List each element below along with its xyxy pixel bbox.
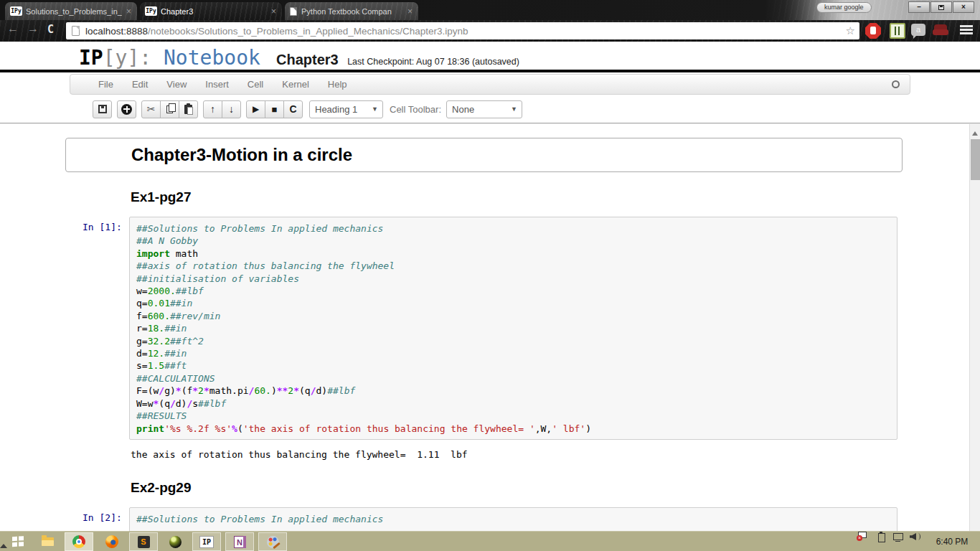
forward-icon[interactable]: →	[27, 22, 39, 35]
menu-bar: FileEditViewInsertCellKernelHelp	[70, 74, 910, 95]
scrollbar[interactable]	[969, 124, 980, 531]
code-token: d=	[136, 348, 148, 359]
tab-close-icon[interactable]: ×	[270, 7, 278, 16]
menu-kernel[interactable]: Kernel	[273, 75, 319, 94]
taskbar-paint[interactable]	[258, 532, 287, 551]
code-line: w=2000.##lbf	[136, 285, 890, 297]
tab-close-icon[interactable]: ×	[406, 7, 414, 16]
notebook-page: IP[y]: Notebook Chapter3 Last Checkpoint…	[0, 42, 980, 531]
bookmark-star-icon[interactable]: ☆	[842, 24, 855, 37]
taskbar-onenote[interactable]: N	[225, 532, 254, 551]
stop-icon	[272, 105, 278, 114]
back-icon[interactable]: ←	[7, 22, 19, 35]
cell-toolbar-select[interactable]: None▼	[446, 100, 522, 118]
move-down-button[interactable]	[222, 100, 241, 118]
food-utensils-icon[interactable]	[890, 23, 905, 39]
run-button[interactable]	[246, 100, 265, 118]
taskbar-sublime-text[interactable]: S	[129, 532, 158, 551]
firefox-icon	[105, 535, 118, 548]
ipython-icon: IP	[199, 536, 214, 548]
taskbar-firefox[interactable]	[98, 532, 126, 551]
move-down-icon	[229, 105, 234, 114]
reload-icon[interactable]: C	[47, 23, 54, 36]
code-token: d)	[316, 385, 328, 396]
code-line: r=18.##in	[136, 322, 890, 334]
notebook-title-box: Chapter3 Last Checkpoint: Aug 07 18:36 (…	[276, 52, 519, 68]
add-cell-button[interactable]	[117, 100, 136, 118]
scrollbar-thumb[interactable]	[971, 139, 980, 180]
copy-button[interactable]	[160, 100, 179, 118]
flag-alert-icon[interactable]	[857, 532, 867, 542]
code-token: print	[136, 423, 164, 434]
restart-icon	[289, 105, 296, 114]
menu-file[interactable]: File	[89, 75, 123, 94]
window-close-button[interactable]: ×	[953, 1, 974, 13]
restart-button[interactable]	[283, 100, 303, 118]
battery-icon[interactable]	[875, 532, 885, 542]
taskbar-clock[interactable]: 6:40 PM	[930, 537, 974, 547]
url-bar[interactable]: localhost:8888/notebooks/Solutions_to_Pr…	[66, 22, 859, 39]
notebook-scroll-area[interactable]: Chapter3-Motion in a circleEx1-pg27In [1…	[0, 124, 969, 531]
section-heading[interactable]: Ex1-pg27	[131, 189, 191, 205]
code-token: (	[237, 423, 243, 434]
sublime-text-icon: S	[138, 536, 150, 548]
browser-tab[interactable]: Python Textbook Compan×	[284, 1, 419, 20]
armchair-icon[interactable]	[933, 23, 948, 39]
network-icon[interactable]	[892, 532, 904, 542]
run-icon	[253, 104, 259, 114]
taskbar-chrome[interactable]	[65, 532, 93, 551]
page-title: Chapter3-Motion in a circle	[131, 145, 902, 165]
window-restore-button[interactable]	[930, 1, 952, 13]
notebook-title[interactable]: Chapter3	[276, 52, 339, 67]
code-token: 18.	[148, 323, 164, 334]
menu-edit[interactable]: Edit	[123, 75, 157, 94]
code-input[interactable]: ##Solutions to Problems In applied mecha…	[129, 217, 897, 440]
scrollbar-up-icon[interactable]	[972, 128, 978, 136]
save-button[interactable]	[93, 100, 112, 118]
menu-insert[interactable]: Insert	[196, 75, 238, 94]
paste-button[interactable]	[179, 100, 198, 118]
code-token: q=	[136, 298, 148, 309]
menu-cell[interactable]: Cell	[238, 75, 273, 94]
stop-button[interactable]	[265, 100, 284, 118]
code-token: **	[277, 385, 288, 396]
cell-prompt: In [2]:	[83, 512, 122, 523]
code-token: r=	[136, 323, 148, 334]
code-input[interactable]: ##Solutions to Problems In applied mecha…	[129, 507, 897, 531]
browser-profile-name[interactable]: kumar google	[816, 2, 872, 13]
code-token: *	[293, 385, 299, 396]
code-line: W=w*(q/d)/s##lbf	[136, 397, 890, 410]
tab-title: Python Textbook Compan	[301, 7, 403, 16]
code-token: %	[232, 423, 237, 434]
move-up-button[interactable]	[203, 100, 222, 118]
tab-close-icon[interactable]: ×	[125, 7, 133, 16]
taskbar-file-explorer[interactable]	[33, 532, 62, 551]
app-ball-icon	[169, 536, 182, 548]
speech-bubble-icon[interactable]: a	[911, 24, 925, 36]
browser-tab[interactable]: IPyChapter3×	[139, 1, 283, 20]
code-token: 2000.	[148, 286, 176, 296]
window-minimize-button[interactable]: –	[908, 1, 930, 13]
adblock-hand-icon[interactable]	[865, 23, 881, 39]
code-token: 2	[198, 385, 204, 396]
cell-type-select[interactable]: Heading 1▼	[309, 100, 383, 118]
cut-button[interactable]	[141, 100, 161, 118]
ipython-favicon: IPy	[145, 6, 157, 16]
browser-tab[interactable]: IPySolutions_to_Problems_in_×	[4, 1, 138, 20]
code-token: 1.5	[148, 360, 164, 371]
cut-icon	[147, 105, 156, 114]
volume-icon[interactable]	[910, 532, 921, 542]
start-button[interactable]	[6, 534, 30, 550]
ipython-logo[interactable]: IP[y]: Notebook	[79, 46, 260, 70]
browser-tab-bar: IPySolutions_to_Problems_in_×IPyChapter3…	[0, 0, 980, 20]
taskbar-app-ball[interactable]	[161, 532, 189, 551]
url-text[interactable]: localhost:8888/notebooks/Solutions_to_Pr…	[85, 26, 842, 37]
screen: IPySolutions_to_Problems_in_×IPyChapter3…	[0, 0, 980, 551]
section-heading[interactable]: Ex2-pg29	[131, 480, 191, 496]
code-token: ##in	[170, 298, 192, 309]
menu-view[interactable]: View	[157, 75, 196, 94]
chrome-menu-icon[interactable]	[958, 24, 974, 40]
taskbar-ipython[interactable]: IP	[192, 532, 221, 551]
heading-cell-selected[interactable]: Chapter3-Motion in a circle	[65, 138, 903, 172]
menu-help[interactable]: Help	[319, 75, 357, 94]
